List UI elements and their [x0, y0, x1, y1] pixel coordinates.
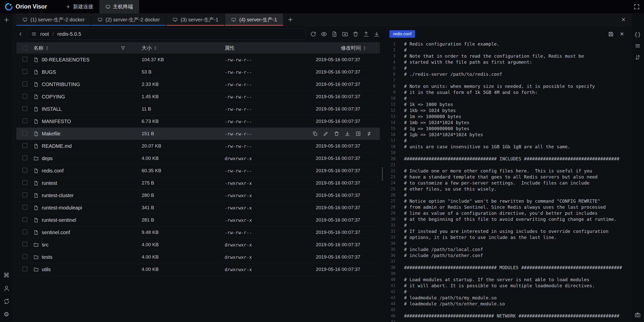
column-header-name[interactable]: 名称	[33, 45, 135, 51]
file-name[interactable]: BUGS	[42, 69, 56, 75]
table-row[interactable]: COPYING 1.45 KB -rw-rw-r-- 2019-05-16 00…	[16, 91, 380, 103]
select-all-checkbox[interactable]	[22, 46, 27, 51]
table-row[interactable]: runtest-cluster 280 B -rwxrwxr-x 2019-05…	[16, 189, 380, 202]
file-name[interactable]: runtest-cluster	[42, 193, 74, 198]
file-name[interactable]: utils	[42, 267, 51, 272]
row-checkbox[interactable]	[22, 192, 27, 197]
table-row[interactable]: src 4.00 KB drwxrwxr-x 2019-05-16 00:07:…	[16, 239, 380, 251]
sort-sessions-button[interactable]	[635, 54, 641, 60]
file-name[interactable]: README.md	[42, 143, 72, 149]
command-palette-button[interactable]: ⌘	[3, 272, 10, 278]
row-checkbox[interactable]	[22, 57, 27, 62]
column-header-mtime[interactable]: 修改时间	[309, 45, 366, 51]
copy-button[interactable]	[312, 131, 318, 136]
file-name[interactable]: INSTALL	[42, 106, 62, 112]
delete-button[interactable]	[334, 131, 339, 136]
screenshot-button[interactable]	[634, 312, 641, 318]
row-checkbox[interactable]	[22, 205, 27, 210]
fullscreen-button[interactable]	[633, 4, 640, 10]
new-file-button[interactable]	[331, 31, 338, 37]
row-checkbox[interactable]	[22, 229, 27, 234]
table-row[interactable]: redis.conf 60.35 KB -rw-rw-r-- 2019-05-1…	[16, 165, 380, 177]
file-name[interactable]: Makefile	[42, 131, 60, 137]
file-name[interactable]: MANIFESTO	[42, 119, 71, 124]
upload-button[interactable]	[363, 31, 369, 37]
terminal-tab[interactable]: (1) server-生产-2 docker	[16, 14, 91, 26]
table-row[interactable]: sentinel.conf 9.48 KB -rw-rw-r-- 2019-05…	[16, 226, 380, 239]
row-checkbox[interactable]	[22, 106, 27, 111]
close-panel-button[interactable]: ×	[621, 16, 625, 23]
row-checkbox[interactable]	[22, 94, 27, 99]
row-checkbox[interactable]	[22, 180, 27, 185]
table-row[interactable]: utils 4.00 KB drwxrwxr-x 2019-05-16 00:0…	[16, 263, 380, 276]
sort-icon[interactable]	[46, 46, 48, 50]
file-name[interactable]: sentinel.conf	[42, 230, 70, 235]
table-row[interactable]: Makefile 151 B -rw-rw-r-- 2019-05-16 00:…	[16, 128, 380, 140]
file-name[interactable]: COPYING	[42, 94, 65, 100]
file-name[interactable]: runtest	[42, 180, 57, 186]
terminal-tab[interactable]: (4) server-生产-1	[225, 14, 283, 26]
row-checkbox[interactable]	[22, 155, 27, 160]
back-button[interactable]	[16, 28, 25, 40]
refresh-button[interactable]	[310, 31, 316, 37]
row-checkbox[interactable]	[22, 254, 27, 259]
transfer-button[interactable]	[366, 131, 372, 136]
column-header-attr[interactable]: 属性	[218, 45, 309, 51]
user-center-button[interactable]	[3, 285, 10, 292]
new-folder-button[interactable]	[342, 31, 348, 37]
breadcrumb-current[interactable]: redis-5.0.5	[57, 31, 81, 37]
table-row[interactable]: README.md 20.07 KB -rw-rw-r-- 2019-05-16…	[16, 140, 380, 152]
table-row[interactable]: CONTRIBUTING 2.33 KB -rw-rw-r-- 2019-05-…	[16, 78, 380, 91]
move-button[interactable]	[355, 131, 361, 136]
settings-button[interactable]: ⚙	[4, 311, 9, 317]
editor-file-tab[interactable]: redis.conf	[389, 30, 415, 38]
download-button[interactable]	[345, 131, 350, 136]
file-name[interactable]: deps	[42, 156, 53, 161]
row-checkbox[interactable]	[22, 217, 27, 222]
file-name[interactable]: runtest-sentinel	[42, 217, 76, 223]
row-checkbox[interactable]	[22, 118, 27, 123]
row-checkbox[interactable]	[22, 81, 27, 86]
editor-close-button[interactable]: ×	[620, 31, 624, 38]
row-checkbox[interactable]	[22, 69, 27, 74]
table-row[interactable]: runtest-sentinel 281 B -rwxrwxr-x 2019-0…	[16, 214, 380, 226]
terminal-tab[interactable]: (2) server-生产-2 docker	[92, 14, 166, 26]
row-checkbox[interactable]	[22, 131, 27, 136]
sort-icon[interactable]	[363, 46, 366, 50]
splitter-handle[interactable]	[382, 167, 383, 181]
file-name[interactable]: runtest-moduleapi	[42, 205, 82, 211]
save-button[interactable]	[608, 31, 614, 37]
add-connection-button[interactable]	[3, 17, 10, 23]
table-row[interactable]: BUGS 53 B -rw-rw-r-- 2019-05-16 00:07:37	[16, 66, 380, 78]
session-config-button[interactable]: {}	[634, 32, 641, 37]
row-checkbox[interactable]	[22, 143, 27, 148]
sort-icon[interactable]	[154, 46, 156, 50]
breadcrumb-root[interactable]: root	[40, 31, 49, 37]
file-name[interactable]: tests	[42, 254, 52, 260]
row-checkbox[interactable]	[22, 168, 27, 173]
session-list-button[interactable]	[635, 43, 641, 49]
row-checkbox[interactable]	[22, 242, 27, 247]
filter-icon[interactable]	[120, 46, 126, 51]
file-name[interactable]: redis.conf	[42, 168, 64, 174]
file-name[interactable]: src	[42, 242, 49, 248]
table-row[interactable]: deps 4.00 KB drwxrwxr-x 2019-05-16 00:07…	[16, 152, 380, 165]
toggle-hidden-files-button[interactable]	[321, 31, 327, 37]
panel-splitter[interactable]	[380, 26, 385, 322]
file-name[interactable]: 00-RELEASENOTES	[42, 57, 90, 63]
table-row[interactable]: 00-RELEASENOTES 104.37 KB -rw-rw-r-- 201…	[16, 54, 380, 66]
table-row[interactable]: runtest-moduleapi 341 B -rwxrwxr-x 2019-…	[16, 202, 380, 214]
table-row[interactable]: tests 4.00 KB drwxrwxr-x 2019-05-16 00:0…	[16, 251, 380, 263]
edit-button[interactable]	[323, 131, 329, 136]
terminal-tab[interactable]: (3) server-生产-1	[167, 14, 224, 26]
delete-button[interactable]	[352, 31, 359, 37]
code-editor[interactable]: 1 # Redis configuration file example. 2 …	[385, 40, 631, 322]
table-row[interactable]: INSTALL 11 B -rw-rw-r-- 2019-05-16 00:07…	[16, 103, 380, 115]
table-row[interactable]: MANIFESTO 6.73 KB -rw-rw-r-- 2019-05-16 …	[16, 115, 380, 128]
column-header-size[interactable]: 大小	[135, 45, 218, 51]
new-terminal-tab-button[interactable]	[287, 17, 293, 23]
new-connection-button[interactable]: 新建连接	[60, 0, 99, 14]
transfer-list-button[interactable]	[3, 298, 10, 305]
host-terminal-tab[interactable]: 主机终端	[99, 0, 139, 14]
table-row[interactable]: runtest 275 B -rwxrwxr-x 2019-05-16 00:0…	[16, 177, 380, 189]
